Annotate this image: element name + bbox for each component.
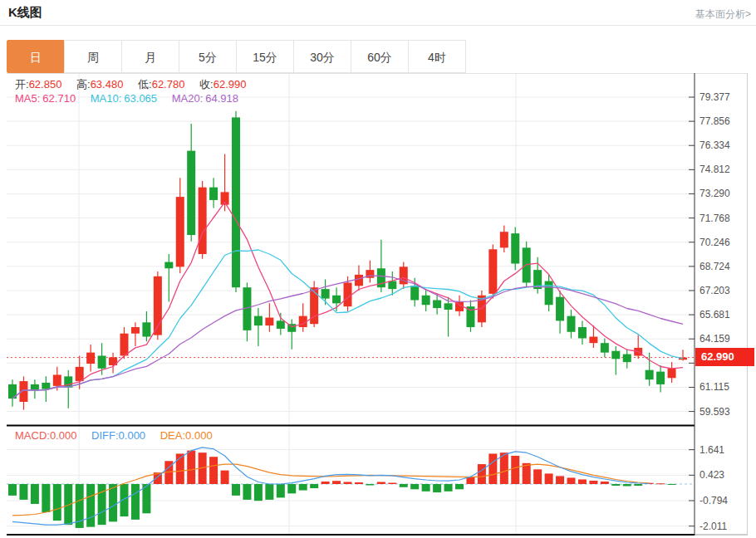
ma5-value: 62.710 bbox=[42, 92, 76, 105]
svg-text:64.159: 64.159 bbox=[700, 333, 730, 345]
ohlc-row: 开:62.850 高:63.480 低:62.780 收:62.990 bbox=[15, 77, 258, 92]
low-label: 低: bbox=[138, 78, 152, 90]
svg-text:65.681: 65.681 bbox=[700, 309, 730, 320]
svg-text:70.246: 70.246 bbox=[700, 237, 730, 248]
ma10-value: 63.065 bbox=[124, 92, 157, 105]
tab-4hour[interactable]: 4时 bbox=[408, 40, 466, 73]
period-tabs: 日 周 月 5分 15分 30分 60分 4时 bbox=[7, 40, 466, 73]
low-value: 62.780 bbox=[152, 78, 185, 90]
kline-chart-area[interactable]: 79.37777.85676.33474.81273.29071.76870.2… bbox=[7, 73, 754, 536]
svg-text:59.593: 59.593 bbox=[700, 406, 730, 418]
ma5-label: MA5: bbox=[15, 92, 40, 105]
close-value: 62.990 bbox=[214, 78, 247, 90]
macd-legend-row: MACD:0.000 DIFF:0.000 DEA:0.000 bbox=[15, 429, 224, 442]
svg-text:-0.794: -0.794 bbox=[700, 495, 728, 506]
tab-30min[interactable]: 30分 bbox=[293, 40, 351, 73]
ma-legend-row: MA5:62.710 MA10:63.065 MA20:64.918 bbox=[15, 92, 250, 105]
svg-text:77.856: 77.856 bbox=[700, 115, 730, 127]
svg-text:0.423: 0.423 bbox=[700, 469, 724, 481]
high-value: 63.480 bbox=[91, 78, 124, 90]
open-label: 开: bbox=[15, 78, 29, 90]
dea-label: DEA: bbox=[160, 429, 185, 442]
header-divider bbox=[0, 25, 756, 26]
current-price-badge: 62.990 bbox=[695, 348, 754, 366]
tab-week[interactable]: 周 bbox=[64, 40, 122, 73]
macd-label: MACD: bbox=[15, 429, 50, 442]
svg-text:76.334: 76.334 bbox=[700, 139, 730, 151]
ma10-label: MA10: bbox=[91, 92, 122, 105]
high-label: 高: bbox=[76, 78, 91, 90]
tab-60min[interactable]: 60分 bbox=[351, 40, 409, 73]
tab-month[interactable]: 月 bbox=[121, 40, 179, 73]
svg-text:73.290: 73.290 bbox=[700, 188, 730, 199]
open-value: 62.850 bbox=[29, 78, 62, 90]
diff-value: 0.000 bbox=[119, 429, 146, 442]
page-title: K线图 bbox=[8, 5, 42, 21]
tab-day[interactable]: 日 bbox=[7, 40, 65, 73]
svg-text:67.203: 67.203 bbox=[700, 285, 730, 296]
macd-value: 0.000 bbox=[50, 429, 77, 442]
tab-15min[interactable]: 15分 bbox=[236, 40, 294, 73]
dea-value: 0.000 bbox=[185, 429, 213, 442]
ma20-value: 64.918 bbox=[205, 92, 238, 105]
svg-text:74.812: 74.812 bbox=[700, 164, 730, 175]
svg-text:79.377: 79.377 bbox=[700, 91, 730, 103]
diff-label: DIFF: bbox=[91, 429, 119, 442]
fundamental-analysis-link[interactable]: 基本面分析> bbox=[695, 7, 751, 22]
svg-text:-2.011: -2.011 bbox=[700, 521, 727, 532]
svg-text:1.641: 1.641 bbox=[700, 444, 724, 456]
svg-text:61.115: 61.115 bbox=[700, 381, 729, 393]
svg-text:68.724: 68.724 bbox=[700, 261, 730, 272]
tab-5min[interactable]: 5分 bbox=[179, 40, 237, 73]
candlestick-macd-chart[interactable]: 79.37777.85676.33474.81273.29071.76870.2… bbox=[7, 73, 754, 536]
close-label: 收: bbox=[199, 78, 214, 90]
ma20-label: MA20: bbox=[172, 92, 204, 105]
svg-text:71.768: 71.768 bbox=[700, 213, 730, 224]
